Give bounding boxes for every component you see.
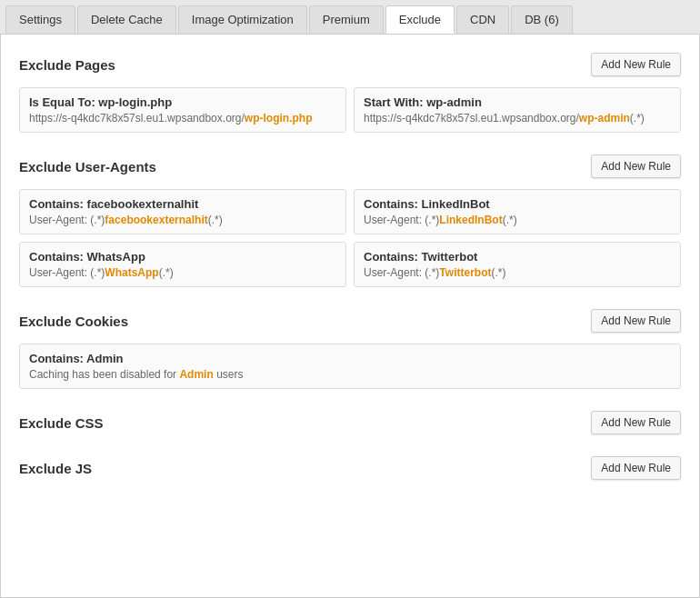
rules-grid-exclude-cookies: Contains: AdminCaching has been disabled…: [19, 344, 681, 389]
rule-title: Contains: LinkedInBot: [364, 197, 671, 211]
section-exclude-cookies: Exclude CookiesAdd New RuleContains: Adm…: [19, 309, 681, 389]
tab-db[interactable]: DB (6): [511, 5, 573, 34]
rule-title: Contains: Admin: [29, 352, 671, 365]
section-header-exclude-js: Exclude JSAdd New Rule: [19, 456, 681, 480]
section-header-exclude-cookies: Exclude CookiesAdd New Rule: [19, 309, 681, 333]
rule-title: Contains: facebookexternalhit: [29, 197, 336, 211]
rule-title: Is Equal To: wp-login.php: [29, 95, 336, 109]
tab-settings[interactable]: Settings: [5, 5, 75, 34]
rule-pattern: User-Agent: (.*)facebookexternalhit(.*): [29, 214, 336, 226]
rule-card-exclude-user-agents-0: Contains: facebookexternalhitUser-Agent:…: [19, 189, 346, 234]
section-exclude-js: Exclude JSAdd New Rule: [19, 456, 681, 480]
section-exclude-user-agents: Exclude User-AgentsAdd New RuleContains:…: [19, 154, 681, 287]
rule-pattern: User-Agent: (.*)WhatsApp(.*): [29, 266, 336, 279]
rule-card-exclude-pages-1: Start With: wp-adminhttps://s-q4kdc7k8x5…: [354, 87, 681, 133]
section-header-exclude-user-agents: Exclude User-AgentsAdd New Rule: [19, 154, 681, 178]
section-header-exclude-css: Exclude CSSAdd New Rule: [19, 411, 681, 434]
rule-pattern: User-Agent: (.*)LinkedInBot(.*): [364, 214, 671, 226]
tab-exclude[interactable]: Exclude: [385, 5, 455, 34]
rule-pattern: Caching has been disabled for Admin user…: [29, 368, 671, 381]
rule-card-exclude-user-agents-2: Contains: WhatsAppUser-Agent: (.*)WhatsA…: [19, 242, 346, 287]
add-rule-btn-exclude-css[interactable]: Add New Rule: [591, 411, 681, 434]
rule-title: Contains: WhatsApp: [29, 250, 336, 264]
main-content: Exclude PagesAdd New RuleIs Equal To: wp…: [0, 35, 700, 598]
rules-grid-exclude-user-agents: Contains: facebookexternalhitUser-Agent:…: [19, 189, 681, 287]
section-exclude-css: Exclude CSSAdd New Rule: [19, 411, 681, 434]
section-title-exclude-js: Exclude JS: [19, 461, 92, 476]
section-title-exclude-user-agents: Exclude User-Agents: [19, 159, 156, 174]
rule-card-exclude-cookies-0: Contains: AdminCaching has been disabled…: [19, 344, 681, 389]
rule-card-exclude-user-agents-3: Contains: TwitterbotUser-Agent: (.*)Twit…: [354, 242, 681, 287]
tab-cdn[interactable]: CDN: [456, 5, 509, 34]
section-title-exclude-css: Exclude CSS: [19, 415, 104, 431]
rule-pattern: https://s-q4kdc7k8x57sl.eu1.wpsandbox.or…: [29, 112, 336, 125]
add-rule-btn-exclude-pages[interactable]: Add New Rule: [591, 53, 681, 76]
section-title-exclude-pages: Exclude Pages: [19, 57, 115, 73]
tab-delete-cache[interactable]: Delete Cache: [77, 5, 176, 34]
tab-premium[interactable]: Premium: [309, 5, 384, 34]
add-rule-btn-exclude-cookies[interactable]: Add New Rule: [591, 309, 681, 333]
tab-bar: SettingsDelete CacheImage OptimizationPr…: [0, 0, 700, 35]
section-exclude-pages: Exclude PagesAdd New RuleIs Equal To: wp…: [19, 53, 681, 133]
add-rule-btn-exclude-js[interactable]: Add New Rule: [591, 456, 681, 480]
rule-pattern: https://s-q4kdc7k8x57sl.eu1.wpsandbox.or…: [364, 112, 671, 125]
rule-card-exclude-user-agents-1: Contains: LinkedInBotUser-Agent: (.*)Lin…: [354, 189, 681, 234]
rule-title: Start With: wp-admin: [364, 95, 671, 109]
rule-pattern: User-Agent: (.*)Twitterbot(.*): [364, 266, 671, 279]
section-header-exclude-pages: Exclude PagesAdd New Rule: [19, 53, 681, 76]
rule-title: Contains: Twitterbot: [364, 250, 671, 264]
rules-grid-exclude-pages: Is Equal To: wp-login.phphttps://s-q4kdc…: [19, 87, 681, 133]
add-rule-btn-exclude-user-agents[interactable]: Add New Rule: [591, 154, 681, 178]
section-title-exclude-cookies: Exclude Cookies: [19, 314, 128, 329]
rule-card-exclude-pages-0: Is Equal To: wp-login.phphttps://s-q4kdc…: [19, 87, 346, 133]
tab-image-optimization[interactable]: Image Optimization: [178, 5, 307, 34]
